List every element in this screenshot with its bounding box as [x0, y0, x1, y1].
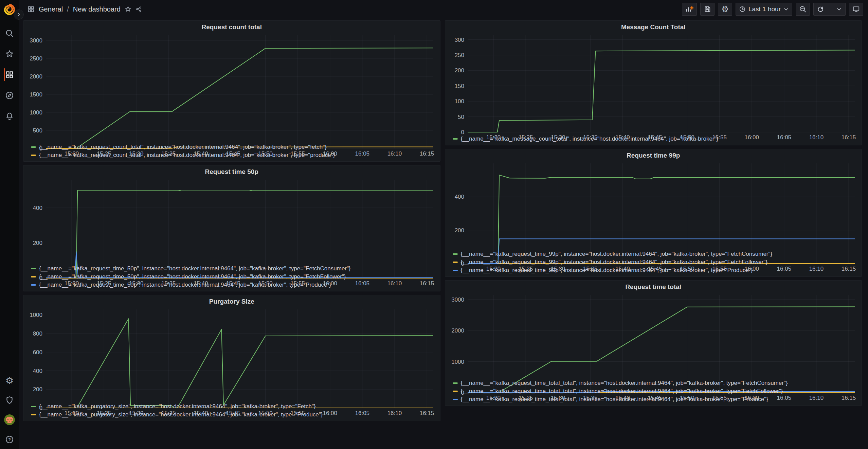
breadcrumb-section[interactable]: General — [39, 5, 63, 13]
svg-text:200: 200 — [33, 240, 42, 246]
legend: {__name__="kafka_request_time_total_tota… — [449, 379, 858, 403]
panel-message-count-total: Message Count Total 05010015020025030015… — [445, 20, 862, 145]
svg-text:1000: 1000 — [30, 312, 42, 318]
help-icon: ? — [5, 435, 14, 444]
panel-title[interactable]: Purgatory Size — [27, 297, 437, 307]
main-area: General / New dashboard ⚙ — [19, 0, 868, 449]
sidebar-item-dashboards[interactable] — [0, 70, 19, 79]
sidebar-item-help[interactable]: ? — [0, 435, 19, 444]
sidebar-item-explore[interactable] — [0, 91, 19, 100]
save-dashboard-button[interactable] — [700, 3, 715, 16]
svg-text:250: 250 — [454, 52, 464, 58]
monitor-icon — [852, 5, 860, 13]
dashboard-grid: Request count total 05001000150020002500… — [19, 18, 868, 449]
time-series-chart[interactable]: 05010015020025030015:2015:2515:3015:3515… — [449, 32, 858, 134]
chevron-down-icon — [783, 6, 789, 12]
svg-text:400: 400 — [33, 205, 42, 211]
zoom-out-time-button[interactable] — [796, 3, 810, 16]
time-range-label: Last 1 hour — [748, 5, 781, 13]
legend-item[interactable]: {__name__="kafka_request_time_99p", inst… — [453, 258, 857, 266]
series-color-swatch — [453, 270, 458, 271]
share-dashboard-button[interactable] — [135, 6, 142, 13]
sidebar-nav-bottom: ⚙ ? — [0, 376, 19, 444]
legend-item[interactable]: {__name__="kafka_request_count_total", i… — [31, 151, 435, 159]
apps-icon — [5, 70, 14, 79]
legend-item[interactable]: {__name__="kafka_request_time_99p", inst… — [453, 267, 857, 274]
dashboard-settings-button[interactable]: ⚙ — [718, 3, 732, 16]
sidebar-item-starred[interactable] — [0, 49, 19, 59]
time-series-chart[interactable]: 020040015:2015:2515:3015:3515:4015:4515:… — [449, 161, 858, 250]
sidebar-nav-top — [0, 29, 19, 121]
clock-icon — [739, 6, 746, 13]
refresh-action[interactable] — [814, 3, 827, 15]
panel-title[interactable]: Request time 50p — [27, 167, 437, 177]
legend-label: {__name__="kafka_purgatory_size", instan… — [39, 403, 316, 410]
svg-text:600: 600 — [33, 349, 42, 356]
legend-item[interactable]: {__name__="kafka_request_time_total_tota… — [453, 396, 857, 403]
shield-icon — [5, 396, 14, 405]
legend-item[interactable]: {__name__="kafka_request_time_total_tota… — [453, 388, 857, 395]
panel-request-time-50p: Request time 50p 020040015:2015:2515:301… — [23, 165, 440, 291]
panel-title[interactable]: Request time total — [449, 282, 858, 292]
time-series-chart[interactable]: 0200400600800100015:2015:2515:3015:3515:… — [27, 307, 437, 402]
star-icon — [5, 50, 14, 58]
legend-label: {__name__="kafka_request_time_50p", inst… — [39, 265, 351, 272]
sidebar-item-profile[interactable] — [0, 415, 19, 425]
series-color-swatch — [453, 138, 458, 140]
star-icon — [125, 6, 131, 13]
panel-title[interactable]: Message Count Total — [449, 22, 858, 32]
legend: {__name__="kafka_request_count_total", i… — [27, 143, 437, 159]
time-range-picker[interactable]: Last 1 hour — [736, 3, 792, 16]
dashboard-toolbar: ⚙ Last 1 hour — [682, 3, 863, 16]
panel-title[interactable]: Request count total — [27, 22, 437, 32]
time-series-chart[interactable]: 010002000300015:2015:2515:3015:3515:4015… — [449, 292, 858, 379]
legend-item[interactable]: {__name__="kafka_request_time_50p", inst… — [31, 281, 435, 288]
legend: {__name__="kafka_purgatory_size", instan… — [27, 402, 437, 418]
panel-title[interactable]: Request time 99p — [449, 150, 858, 161]
time-series-chart[interactable]: 05001000150020002500300015:2015:2515:301… — [27, 32, 437, 143]
panel-request-count-total: Request count total 05001000150020002500… — [23, 20, 440, 162]
svg-text:100: 100 — [454, 98, 464, 105]
svg-text:1000: 1000 — [30, 109, 42, 116]
svg-text:2500: 2500 — [30, 55, 42, 62]
legend-item[interactable]: {__name__="kafka_request_time_99p", inst… — [453, 250, 857, 257]
legend-label: {__name__="kafka_request_count_total", i… — [39, 151, 335, 159]
breadcrumb-title[interactable]: New dashboard — [73, 5, 121, 13]
legend-item[interactable]: {__name__="kafka_message_count_total", i… — [453, 135, 857, 142]
share-icon — [135, 6, 142, 13]
breadcrumb: General / New dashboard — [27, 5, 142, 13]
svg-text:1500: 1500 — [30, 91, 42, 98]
svg-text:400: 400 — [454, 194, 464, 200]
series-color-swatch — [453, 262, 458, 263]
series-color-swatch — [453, 399, 458, 400]
add-panel-button[interactable] — [682, 3, 697, 16]
legend-item[interactable]: {__name__="kafka_purgatory_size", instan… — [31, 411, 435, 418]
legend-label: {__name__="kafka_message_count_total", i… — [461, 135, 719, 142]
cycle-view-mode-button[interactable] — [849, 3, 863, 16]
svg-text:200: 200 — [454, 227, 464, 234]
sidebar-item-search[interactable] — [0, 29, 19, 38]
sidebar-item-server-admin[interactable] — [0, 395, 19, 405]
svg-text:50: 50 — [458, 114, 464, 120]
series-color-swatch — [453, 382, 458, 384]
legend: {__name__="kafka_message_count_total", i… — [449, 134, 858, 142]
legend-label: {__name__="kafka_request_time_99p", inst… — [461, 267, 753, 274]
panel-request-time-total: Request time total 010002000300015:2015:… — [445, 280, 862, 406]
legend-item[interactable]: {__name__="kafka_request_count_total", i… — [31, 143, 435, 150]
legend-item[interactable]: {__name__="kafka_purgatory_size", instan… — [31, 403, 435, 410]
time-series-chart[interactable]: 020040015:2015:2515:3015:3515:4015:4515:… — [27, 177, 437, 264]
refresh-button[interactable] — [813, 3, 846, 16]
refresh-interval-dropdown[interactable] — [833, 3, 845, 15]
svg-text:500: 500 — [33, 127, 42, 134]
legend-label: {__name__="kafka_request_time_total_tota… — [461, 388, 783, 395]
sidebar-expand-button[interactable] — [14, 10, 24, 20]
svg-text:200: 200 — [33, 386, 42, 393]
legend-item[interactable]: {__name__="kafka_request_time_50p", inst… — [31, 265, 435, 272]
sidebar-item-settings[interactable]: ⚙ — [0, 376, 19, 385]
sidebar-item-alerting[interactable] — [0, 111, 19, 121]
app-root: ⚙ ? General / New dashboard — [0, 0, 868, 449]
user-avatar — [4, 414, 15, 425]
legend-item[interactable]: {__name__="kafka_request_time_50p", inst… — [31, 273, 435, 280]
star-dashboard-button[interactable] — [125, 6, 131, 13]
legend-item[interactable]: {__name__="kafka_request_time_total_tota… — [453, 379, 857, 387]
